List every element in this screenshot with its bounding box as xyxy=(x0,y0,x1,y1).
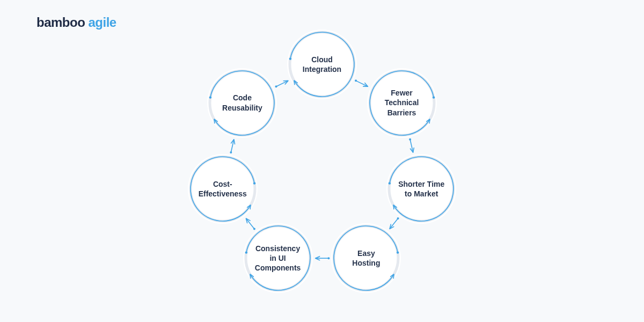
node-consistency-ui: Consistency in UI Components xyxy=(243,223,313,293)
svg-point-3 xyxy=(327,257,330,259)
node-code-reusability: Code Reusability xyxy=(207,68,277,138)
node-shorter-time: Shorter Time to Market xyxy=(386,154,456,224)
svg-point-8 xyxy=(289,57,291,60)
node-label: Consistency in UI Components xyxy=(248,244,308,273)
svg-point-10 xyxy=(432,96,434,98)
node-label: Easy Hosting xyxy=(346,248,386,268)
diagram-stage: Cloud Integration Fewer Technical Barrie… xyxy=(0,0,644,322)
node-easy-hosting: Easy Hosting xyxy=(331,223,401,293)
node-label: Cloud Integration xyxy=(296,55,348,74)
node-label: Fewer Technical Barriers xyxy=(378,88,426,118)
svg-point-18 xyxy=(253,182,255,185)
svg-point-6 xyxy=(275,85,277,87)
svg-point-14 xyxy=(397,252,399,254)
svg-point-4 xyxy=(253,228,255,230)
node-cost-effectiveness: Cost- Effectiveness xyxy=(188,154,258,224)
svg-point-0 xyxy=(355,79,357,82)
node-fewer-technical: Fewer Technical Barriers xyxy=(367,68,437,138)
node-label: Shorter Time to Market xyxy=(392,179,451,199)
svg-point-12 xyxy=(389,182,391,185)
node-label: Cost- Effectiveness xyxy=(192,179,253,199)
svg-point-16 xyxy=(245,252,247,254)
svg-point-20 xyxy=(209,96,211,98)
node-cloud-integration: Cloud Integration xyxy=(287,30,357,99)
svg-point-2 xyxy=(397,217,399,219)
svg-point-1 xyxy=(409,138,411,141)
svg-point-5 xyxy=(230,151,232,153)
node-label: Code Reusability xyxy=(216,93,269,112)
